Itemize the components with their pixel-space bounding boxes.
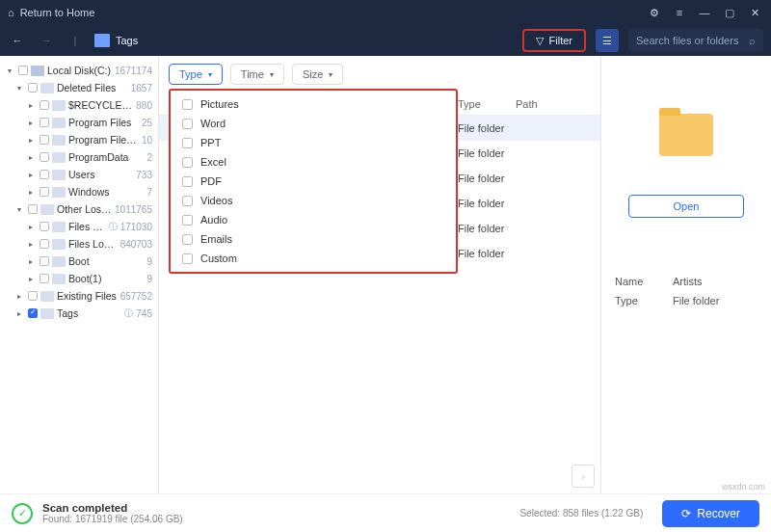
- tree-item[interactable]: ▸Program Files (x86)10: [0, 131, 158, 148]
- tree-item[interactable]: ▸Files Lost Original …840703: [0, 235, 158, 253]
- col-path[interactable]: Path: [516, 98, 600, 110]
- checkbox[interactable]: [40, 239, 49, 249]
- tree-item[interactable]: ▸ProgramData2: [0, 148, 158, 166]
- type-option[interactable]: Audio: [171, 210, 456, 229]
- type-option[interactable]: PDF: [171, 172, 456, 191]
- tree-item[interactable]: ▾Local Disk(C:)1671174: [0, 62, 158, 79]
- search-icon: ⌕: [749, 35, 756, 46]
- tree-label: Boot(1): [68, 273, 144, 284]
- return-home-link[interactable]: ⌂ Return to Home: [8, 7, 94, 18]
- caret-icon[interactable]: ▸: [29, 119, 37, 127]
- caret-icon[interactable]: ▸: [29, 101, 37, 110]
- tree-item[interactable]: ▸Existing Files657752: [0, 287, 158, 305]
- checkbox[interactable]: [40, 222, 49, 231]
- caret-icon[interactable]: ▸: [29, 275, 37, 283]
- settings-icon[interactable]: ⚙: [646, 4, 663, 21]
- checkbox[interactable]: [182, 215, 193, 226]
- checkbox[interactable]: [182, 119, 193, 129]
- tree-item[interactable]: ▸Program Files25: [0, 114, 158, 131]
- type-option[interactable]: PPT: [171, 133, 456, 152]
- tree-count: 1657: [131, 83, 152, 93]
- type-option-label: PDF: [200, 175, 222, 187]
- pill-type[interactable]: Type▾: [169, 64, 223, 85]
- tree-item[interactable]: ▸Windows7: [0, 183, 158, 200]
- back-button[interactable]: ←: [8, 35, 27, 46]
- pill-size[interactable]: Size▾: [292, 64, 343, 85]
- checkbox[interactable]: [40, 170, 49, 179]
- caret-icon[interactable]: ▸: [29, 188, 37, 197]
- caret-icon[interactable]: ▾: [8, 66, 15, 75]
- checkbox[interactable]: [182, 234, 193, 245]
- breadcrumb[interactable]: Tags: [94, 34, 138, 47]
- caret-icon[interactable]: ▾: [17, 84, 25, 93]
- info-icon[interactable]: ⓘ: [124, 307, 133, 320]
- tree-item[interactable]: ▸Users733: [0, 166, 158, 183]
- selected-summary: Selected: 858 files (1.22 GB): [519, 508, 643, 519]
- caret-icon[interactable]: ▾: [17, 205, 25, 214]
- caret-icon[interactable]: ▸: [17, 309, 25, 318]
- caret-icon[interactable]: ▸: [29, 223, 37, 231]
- checkbox[interactable]: [40, 100, 49, 110]
- type-option[interactable]: Videos: [171, 191, 456, 210]
- type-option-label: Videos: [200, 195, 232, 206]
- filter-button[interactable]: ▽ Filter: [522, 29, 586, 52]
- caret-icon[interactable]: ▸: [29, 257, 37, 266]
- info-icon[interactable]: ⓘ: [109, 221, 118, 233]
- checkbox[interactable]: [28, 308, 38, 318]
- tree-item[interactable]: ▸$RECYCLE.BIN880: [0, 96, 158, 114]
- checkbox[interactable]: [28, 83, 38, 93]
- checkbox[interactable]: [182, 99, 193, 110]
- pill-time[interactable]: Time▾: [230, 64, 284, 85]
- checkbox[interactable]: [40, 118, 49, 127]
- recover-button[interactable]: ⟳ Recover: [662, 500, 759, 527]
- maximize-button[interactable]: ▢: [721, 4, 738, 21]
- folder-tree[interactable]: ▾Local Disk(C:)1671174▾Deleted Files1657…: [0, 56, 159, 493]
- type-option[interactable]: Pictures: [171, 94, 456, 114]
- filter-pills: Type▾ Time▾ Size▾: [159, 56, 600, 93]
- checkbox[interactable]: [182, 253, 193, 264]
- tree-item[interactable]: ▾Deleted Files1657: [0, 79, 158, 96]
- checkbox[interactable]: [40, 187, 49, 197]
- type-option[interactable]: Emails: [171, 229, 456, 249]
- folder-preview-icon: [659, 114, 713, 156]
- type-option[interactable]: Excel: [171, 152, 456, 172]
- caret-icon[interactable]: ▸: [29, 171, 37, 179]
- menu-icon[interactable]: ≡: [671, 4, 688, 21]
- meta-type-val: File folder: [673, 295, 719, 306]
- type-dropdown[interactable]: PicturesWordPPTExcelPDFVideosAudioEmails…: [169, 89, 458, 274]
- tree-item[interactable]: ▸Tagsⓘ745: [0, 305, 158, 322]
- caret-icon[interactable]: ▸: [17, 292, 25, 301]
- tree-item[interactable]: ▾Other Lost Files1011765: [0, 200, 158, 218]
- checkbox[interactable]: [182, 196, 193, 206]
- tree-item[interactable]: ▸Files Lost Origi…ⓘ171030: [0, 218, 158, 235]
- close-button[interactable]: ✕: [746, 4, 763, 21]
- folder-icon: [52, 256, 66, 267]
- next-page-button[interactable]: ›: [572, 465, 595, 488]
- checkbox[interactable]: [28, 204, 38, 214]
- type-option[interactable]: Custom: [171, 249, 456, 268]
- type-option[interactable]: Word: [171, 114, 456, 133]
- open-button[interactable]: Open: [628, 195, 744, 218]
- minimize-button[interactable]: —: [696, 4, 713, 21]
- tree-item[interactable]: ▸Boot9: [0, 253, 158, 270]
- type-option-label: Word: [200, 118, 226, 129]
- checkbox[interactable]: [182, 176, 193, 187]
- checkbox[interactable]: [40, 256, 49, 266]
- caret-icon[interactable]: ▸: [29, 240, 37, 249]
- checkbox[interactable]: [40, 135, 49, 145]
- checkbox[interactable]: [18, 66, 28, 75]
- tree-item[interactable]: ▸Boot(1)9: [0, 270, 158, 287]
- checkbox[interactable]: [182, 138, 193, 148]
- col-type[interactable]: Type: [458, 98, 516, 110]
- meta-name-val: Artists: [673, 276, 703, 287]
- checkbox[interactable]: [40, 152, 49, 162]
- caret-icon[interactable]: ▸: [29, 153, 37, 162]
- view-list-button[interactable]: ☰: [596, 29, 619, 52]
- folder-icon: [52, 274, 66, 284]
- checkbox[interactable]: [28, 291, 38, 301]
- checkbox[interactable]: [182, 157, 193, 168]
- search-input[interactable]: Search files or folders ⌕: [628, 29, 763, 52]
- tree-label: Existing Files: [57, 290, 118, 302]
- checkbox[interactable]: [40, 274, 49, 283]
- caret-icon[interactable]: ▸: [29, 136, 37, 145]
